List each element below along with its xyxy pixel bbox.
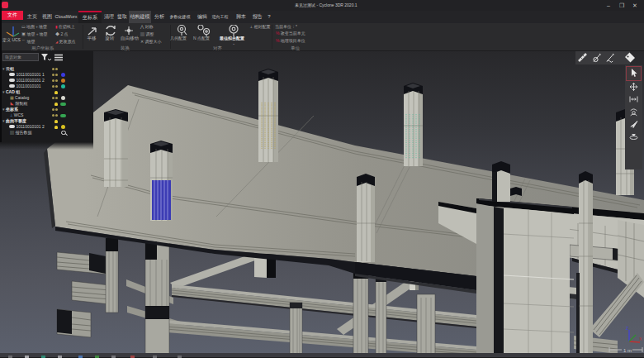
svg-text:Z: Z bbox=[626, 326, 628, 331]
svg-text:1 m: 1 m bbox=[623, 348, 632, 353]
